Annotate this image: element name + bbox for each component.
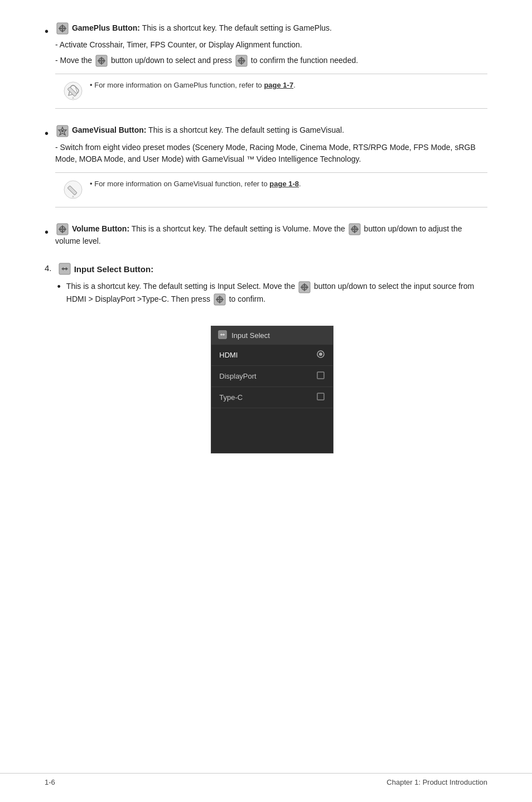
input-select-menu: Input Select HDMI DisplayPort (211, 326, 333, 453)
svg-point-70 (319, 352, 322, 356)
menu-item-hdmi-indicator (316, 350, 325, 360)
inner-bullet-dot: • (57, 281, 61, 293)
gameplus-note-box: • For more information on GamePlus funct… (55, 74, 487, 109)
volume-section: • Volume Button: This is a shortcut (45, 223, 487, 252)
bullet-dot-gamevisual: • (45, 125, 49, 141)
gameplus-title-body: This is a shortcut key. The default sett… (140, 23, 332, 32)
note-bullet-2: • (90, 180, 94, 188)
numbered-label-4: 4. (45, 263, 52, 273)
page-footer: 1-6 Chapter 1: Product Introduction (0, 773, 532, 791)
input-select-icon (59, 263, 71, 275)
gamevisual-section: • GameVisual Button: This is a shortcut … (45, 124, 487, 212)
gamevisual-icon (56, 125, 69, 137)
input-select-bullet: • This is a shortcut key. The default se… (57, 281, 487, 306)
joystick-icon-2 (235, 55, 248, 67)
menu-item-typec-label: Type-C (219, 393, 243, 402)
input-select-content: Input Select Button: • This is a shortcu… (57, 263, 487, 453)
gamevisual-note-box: • For more information on GameVisual fun… (55, 172, 487, 207)
menu-item-typec[interactable]: Type-C (211, 387, 333, 408)
gameplus-section: • GamePlus Button: This is (45, 22, 487, 113)
gameplus-content: GamePlus Button: This is a shortcut key.… (55, 22, 487, 113)
volume-title: Volume Button: This is a shortcut key. T… (55, 223, 487, 247)
gameplus-icon (56, 22, 69, 35)
gameplus-title: GamePlus Button: This is a shortcut key.… (55, 22, 487, 35)
gameplus-note-text: • For more information on GamePlus funct… (90, 80, 296, 91)
volume-content: Volume Button: This is a shortcut key. T… (55, 223, 487, 252)
joystick-icon-input-2 (214, 293, 226, 306)
volume-title-text: Volume Button: (72, 224, 129, 233)
pencil-icon-1 (63, 81, 83, 103)
input-select-desc: This is a shortcut key. The default sett… (66, 281, 487, 306)
joystick-icon-1 (95, 55, 108, 67)
menu-item-typec-indicator (316, 392, 325, 403)
volume-title-body: This is a shortcut key. The default sett… (129, 224, 347, 233)
gamevisual-note-text: • For more information on GameVisual fun… (90, 178, 301, 190)
volume-icon (56, 223, 69, 235)
svg-point-31 (61, 130, 64, 132)
menu-item-hdmi[interactable]: HDMI (211, 345, 333, 366)
gamevisual-content: GameVisual Button: This is a shortcut ke… (55, 124, 487, 212)
pencil-icon-2 (63, 180, 83, 201)
joystick-icon-volume (349, 223, 361, 235)
gameplus-sub-bullets: - Activate Crosshair, Timer, FPS Counter… (55, 39, 487, 67)
gameplus-sub-1: - Activate Crosshair, Timer, FPS Counter… (55, 39, 487, 51)
gameplus-sub-2: - Move the button up/d (55, 55, 487, 67)
gamevisual-title-text: GameVisual Button: (72, 125, 147, 134)
menu-item-displayport[interactable]: DisplayPort (211, 366, 333, 387)
menu-item-displayport-indicator (316, 371, 325, 381)
gameplus-page-ref: page 1-7 (264, 81, 293, 89)
input-select-title: Input Select Button: (57, 263, 487, 275)
input-select-section: 4. Input Select Button: • This is a shor… (45, 263, 487, 453)
menu-header: Input Select (211, 326, 333, 345)
menu-header-label: Input Select (231, 331, 270, 340)
input-select-title-text: Input Select Button: (74, 264, 154, 274)
gamevisual-page-ref: page 1-8 (269, 180, 299, 188)
footer-page-number: 1-6 (45, 778, 55, 786)
gamevisual-title-body: This is a shortcut key. The default sett… (146, 125, 344, 134)
menu-item-displayport-label: DisplayPort (219, 372, 256, 380)
gameplus-title-text: GamePlus Button: (72, 23, 140, 32)
svg-rect-71 (317, 372, 324, 379)
footer-chapter: Chapter 1: Product Introduction (386, 778, 487, 786)
svg-rect-72 (317, 393, 324, 400)
menu-header-icon (218, 330, 227, 341)
bullet-dot-gameplus: • (45, 23, 49, 39)
joystick-icon-input-1 (298, 281, 311, 293)
gamevisual-sub-bullets: - Switch from eight video preset modes (… (55, 142, 487, 166)
menu-item-hdmi-label: HDMI (219, 351, 238, 359)
menu-spacer (211, 408, 333, 453)
page-container: • GamePlus Button: This is (0, 0, 532, 496)
gamevisual-sub-1: - Switch from eight video preset modes (… (55, 142, 487, 166)
bullet-dot-volume: • (45, 224, 49, 240)
gamevisual-title: GameVisual Button: This is a shortcut ke… (55, 124, 487, 137)
note-bullet-1: • (90, 81, 94, 89)
